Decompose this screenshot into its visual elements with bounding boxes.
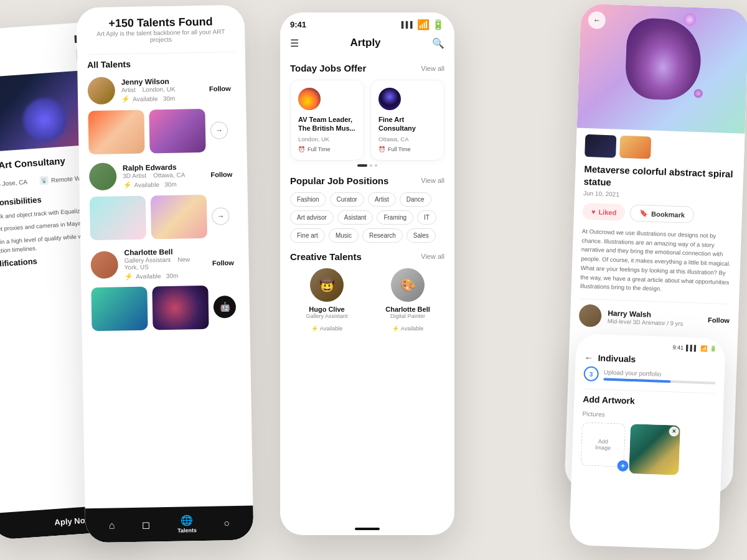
- fineart-job-location: Ottawa, CA: [378, 136, 436, 142]
- talents-sub: Art Aply is the talent backbone for all …: [87, 28, 235, 44]
- artwork-title: Metaverse colorful abstract spiral statu…: [583, 163, 735, 192]
- popular-positions-header: Popular Job Positions View all: [290, 175, 444, 186]
- fineart-job-icon: [378, 88, 401, 110]
- hugo-role: Gallery Assistant: [290, 313, 364, 319]
- artwork-row-2: →: [90, 194, 238, 240]
- creative-talents-row: 🤠 Hugo Clive Gallery Assistant ⚡ Availab…: [290, 268, 444, 333]
- job-card-av[interactable]: AV Team Leader,The British Mus... London…: [290, 80, 364, 161]
- ralph-follow-button[interactable]: Follow: [205, 168, 237, 181]
- tag-curator[interactable]: Curator: [330, 192, 364, 207]
- talent-card-ralph: Ralph Edwards 3D Artist Ottawa, CA ⚡ Ava…: [89, 161, 238, 190]
- artwork-row-1: →: [88, 108, 237, 154]
- phone2-talents-list: +150 Talents Found Art Aply is the talen…: [77, 5, 254, 543]
- lightning-icon-jenny: ⚡: [121, 95, 130, 103]
- progress-row: 3 Upload your portfolio: [583, 366, 716, 385]
- charlotte-follow-button[interactable]: Follow: [207, 256, 239, 269]
- creative-talents-title: Creative Talents: [290, 251, 362, 262]
- charlotte-avatar: [90, 251, 118, 279]
- tag-fine-art[interactable]: Fine art: [290, 228, 325, 243]
- user-icon: ○: [223, 518, 230, 529]
- av-job-title: AV Team Leader,The British Mus...: [298, 115, 356, 133]
- popular-positions-view-all[interactable]: View all: [421, 177, 444, 184]
- creative-talents-view-all[interactable]: View all: [421, 253, 444, 260]
- thumb-dark[interactable]: [585, 134, 616, 158]
- clock-icon-av: ⏰: [298, 146, 305, 152]
- liked-button[interactable]: ♥ Liked: [583, 203, 626, 221]
- tag-fashion[interactable]: Fashion: [290, 192, 326, 207]
- jenny-status: ⚡ Available 30m: [121, 94, 198, 103]
- today-jobs-view-all[interactable]: View all: [421, 65, 444, 72]
- lightning-icon-hugo: ⚡: [311, 325, 318, 332]
- job-card-fineart[interactable]: Fine ArtConsultany Ottawa, CA ⏰ Full Tim…: [370, 80, 444, 161]
- phone5-status-bar: 9:41 ▌▌▌ 📶 🔋: [585, 341, 716, 352]
- add-image-button[interactable]: Add Image +: [581, 422, 626, 467]
- blob-ball-1: [684, 13, 697, 26]
- phone3-main-app: 9:41 ▌▌▌ 📶 🔋 ☰ Artply 🔍 Today Jobs Offer…: [280, 12, 454, 535]
- phone5-back-button[interactable]: ←: [584, 352, 593, 362]
- wifi-icon: 📶: [417, 19, 430, 30]
- phone3-status-bar: 9:41 ▌▌▌ 📶 🔋: [280, 12, 454, 33]
- today-jobs-title: Today Jobs Offer: [290, 63, 366, 73]
- phone5-header: ← Indivuals: [584, 352, 716, 366]
- phone2-bottom-nav: ⌂ ◻ 🌐 Talents ○: [85, 506, 254, 543]
- phone3-home-indicator: [355, 528, 380, 530]
- hugo-name: Hugo Clive: [290, 306, 364, 313]
- author-avatar: [579, 304, 602, 327]
- fineart-job-title: Fine ArtConsultany: [378, 115, 436, 133]
- image-preview: ✕: [629, 424, 680, 475]
- author-info: Harry Walsh Mid-level 3D Animator / 9 yr…: [608, 309, 702, 327]
- search-button[interactable]: 🔍: [432, 37, 444, 49]
- tag-art-advisor[interactable]: Art advisor: [290, 210, 334, 225]
- phone5-screen-title: Indivuals: [598, 353, 636, 364]
- phone4-back-button[interactable]: ←: [588, 11, 606, 29]
- add-image-label2: Image: [595, 444, 611, 451]
- hamburger-icon[interactable]: ☰: [290, 37, 299, 49]
- charlotte2-role: Digital Painter: [371, 313, 444, 319]
- nav-talents[interactable]: 🌐 Talents: [177, 514, 197, 534]
- step-label: Upload your portfolio: [604, 368, 716, 379]
- charlotte-info: Charlotte Bell Gallery Assistant New Yor…: [124, 247, 201, 281]
- action-buttons: ♥ Liked 🔖 Bookmark: [583, 203, 734, 225]
- jenny-follow-button[interactable]: Follow: [204, 82, 236, 95]
- thumb-warm[interactable]: [619, 136, 651, 159]
- nav-home[interactable]: ⌂: [109, 520, 115, 531]
- fineart-job-type: ⏰ Full Time: [378, 146, 436, 152]
- tag-research[interactable]: Research: [362, 228, 403, 243]
- nav-bag[interactable]: ◻: [142, 518, 150, 530]
- artwork-arrow-2[interactable]: →: [212, 207, 229, 225]
- tag-it[interactable]: IT: [417, 210, 436, 225]
- tag-framing[interactable]: Framing: [377, 210, 413, 225]
- add-image-label: Add: [598, 438, 608, 445]
- tag-asistant[interactable]: Asistant: [337, 210, 374, 225]
- tag-sales[interactable]: Sales: [406, 228, 436, 243]
- progress-label-container: Upload your portfolio: [603, 368, 716, 384]
- main-blob: [624, 17, 702, 101]
- artwork-thumb-purple: [149, 109, 205, 154]
- battery-icon: 🔋: [432, 19, 444, 30]
- jobs-row: AV Team Leader,The British Mus... London…: [290, 80, 444, 161]
- tag-music[interactable]: Music: [329, 228, 359, 243]
- heart-icon: ♥: [591, 208, 596, 215]
- artwork-arrow-1[interactable]: →: [210, 121, 228, 139]
- phone3-time: 9:41: [290, 20, 306, 29]
- artwork-thumb-orange: [88, 110, 144, 155]
- charlotte2-avatar: 🎨: [391, 268, 425, 302]
- creative-talents-header: Creative Talents View all: [290, 251, 444, 262]
- author-follow-button[interactable]: Follow: [708, 316, 730, 324]
- jobs-indicator: [290, 164, 444, 167]
- globe-icon: 🌐: [181, 514, 193, 526]
- phone5-time: 9:41: [672, 344, 684, 351]
- tag-artist[interactable]: Artist: [368, 192, 396, 207]
- tag-dance[interactable]: Dance: [400, 192, 431, 207]
- app-title: Artply: [350, 37, 380, 49]
- ralph-status: ⚡ Available 30m: [123, 180, 199, 189]
- artwork-row-3: 🤖: [91, 285, 240, 331]
- phone5-onboarding: 9:41 ▌▌▌ 📶 🔋 ← Indivuals 3 Upload your p…: [569, 334, 726, 550]
- nav-profile[interactable]: ○: [223, 518, 230, 529]
- indicator-dot-2: [370, 164, 372, 167]
- bookmark-icon-btn: 🔖: [639, 209, 648, 217]
- bot-icon[interactable]: 🤖: [214, 296, 237, 319]
- charlotte2-available: ⚡ Available: [392, 325, 423, 332]
- today-jobs-header: Today Jobs Offer View all: [290, 63, 444, 73]
- bookmark-button[interactable]: 🔖 Bookmark: [630, 204, 695, 223]
